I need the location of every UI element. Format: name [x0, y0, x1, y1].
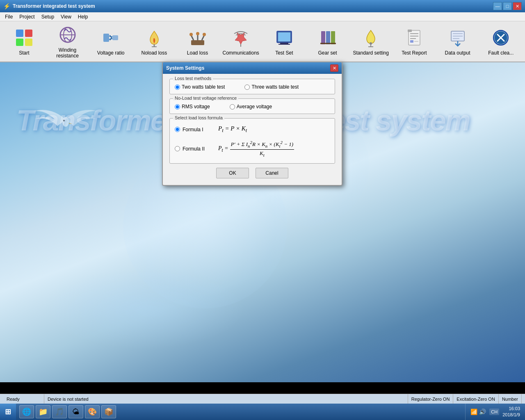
- svg-rect-22: [278, 32, 290, 41]
- svg-rect-32: [409, 30, 420, 45]
- standard-setting-icon: [360, 27, 381, 48]
- toolbar-communications[interactable]: Communications: [220, 23, 262, 59]
- toolbar-noload-loss[interactable]: Noload loss: [133, 23, 175, 59]
- ok-button[interactable]: OK: [216, 168, 249, 178]
- formula1-option[interactable]: Formula I: [175, 127, 212, 132]
- average-voltage-radio[interactable]: [230, 104, 235, 110]
- fault-clear-icon: [490, 27, 511, 48]
- svg-rect-26: [326, 31, 330, 44]
- menu-setup[interactable]: Setup: [38, 13, 57, 21]
- formula2-option[interactable]: Formula II: [175, 146, 212, 152]
- rms-voltage-option[interactable]: RMS voltage: [175, 104, 210, 110]
- formula1-radio[interactable]: [175, 127, 180, 132]
- formula2-equation: Pt = P' + Σ In2R × Kn × (Kt2 − 1) Kt: [218, 139, 294, 158]
- maximize-button[interactable]: □: [503, 2, 512, 10]
- noload-voltage-ref-group: No-Load test voltage reference RMS volta…: [169, 98, 335, 114]
- dialog-title-bar: System Settings ✕: [163, 62, 342, 74]
- language-indicator[interactable]: CH: [489, 409, 499, 415]
- loss-test-options: Two watts table test Three watts table t…: [175, 84, 330, 90]
- dialog-content: Loss test methods Two watts table test T…: [163, 74, 342, 185]
- toolbar-load-loss[interactable]: Load loss: [177, 23, 219, 59]
- svg-point-19: [203, 33, 206, 36]
- three-watts-radio[interactable]: [244, 84, 250, 90]
- systray-network-icon[interactable]: 📶: [470, 409, 477, 415]
- dialog-close-button[interactable]: ✕: [330, 64, 338, 72]
- toolbar-test-set[interactable]: Test Set: [263, 23, 305, 59]
- close-button[interactable]: ✕: [513, 2, 522, 10]
- formula2-label: Formula II: [183, 146, 205, 152]
- two-watts-radio[interactable]: [175, 84, 180, 90]
- toolbar-start[interactable]: Start: [3, 23, 45, 59]
- start-label: Start: [19, 50, 29, 56]
- menu-bar: File Project Setup View Help: [0, 12, 525, 21]
- svg-rect-2: [16, 39, 23, 46]
- menu-project[interactable]: Project: [16, 13, 38, 21]
- three-watts-option[interactable]: Three watts table test: [244, 84, 299, 90]
- ready-text: Ready: [7, 397, 20, 402]
- formula1-row: Formula I Pt = P × Kt: [175, 125, 330, 134]
- data-output-label: Data output: [445, 50, 470, 56]
- number-text: Number: [502, 397, 518, 402]
- toolbar-data-output[interactable]: Data output: [437, 23, 479, 59]
- taskbar-media-icon[interactable]: 🎵: [52, 405, 67, 418]
- noload-voltage-ref-legend: No-Load test voltage reference: [173, 96, 238, 100]
- taskbar-app-icon[interactable]: 📦: [101, 405, 116, 418]
- taskbar-ie-icon[interactable]: 🌐: [19, 405, 34, 418]
- noload-loss-icon: [144, 27, 165, 48]
- taskbar-folder-icon[interactable]: 📁: [36, 405, 50, 418]
- status-bar: Ready Device is not started Regulator-Ze…: [0, 394, 525, 404]
- rms-voltage-radio[interactable]: [175, 104, 180, 110]
- gear-set-label: Gear set: [318, 50, 337, 56]
- test-report-icon: [404, 27, 425, 48]
- load-loss-label: Load loss: [187, 50, 208, 56]
- menu-file[interactable]: File: [2, 13, 16, 21]
- minimize-button[interactable]: —: [493, 2, 502, 10]
- taskbar-apps: 🌐 📁 🎵 🌤 🎨 📦: [16, 404, 119, 420]
- toolbar-test-report[interactable]: Test Report: [393, 23, 435, 59]
- communications-label: Communications: [223, 50, 259, 56]
- cancel-button[interactable]: Canel: [256, 168, 288, 178]
- toolbar-voltage-ratio[interactable]: Voltage ratio: [90, 23, 132, 59]
- svg-point-46: [63, 120, 65, 121]
- svg-point-29: [370, 42, 372, 45]
- app-icon: ⚡: [3, 3, 10, 9]
- toolbar-fault-clear[interactable]: Fault clea...: [480, 23, 522, 59]
- three-watts-label: Three watts table test: [251, 84, 299, 90]
- clock-time: 16:03: [502, 406, 520, 412]
- svg-rect-0: [16, 30, 23, 37]
- loss-test-methods-group: Loss test methods Two watts table test T…: [169, 79, 335, 94]
- start-icon: [14, 27, 35, 48]
- svg-rect-27: [331, 31, 335, 44]
- system-clock[interactable]: 16:03 2018/1/9: [502, 406, 520, 418]
- formula1-equation: Pt = P × Kt: [218, 125, 247, 134]
- title-bar: ⚡ Transformer integrated test system — □…: [0, 0, 525, 12]
- taskbar-weather-icon[interactable]: 🌤: [68, 405, 83, 418]
- formula2-radio[interactable]: [175, 146, 180, 151]
- load-loss-formula-group: Select load loss formula Formula I Pt = …: [169, 118, 335, 164]
- systray-volume-icon[interactable]: 🔊: [479, 409, 486, 415]
- data-output-icon: [447, 27, 468, 48]
- menu-view[interactable]: View: [57, 13, 75, 21]
- two-watts-label: Two watts table test: [182, 84, 225, 90]
- two-watts-option[interactable]: Two watts table test: [175, 84, 225, 90]
- status-ready: Ready: [3, 394, 44, 404]
- menu-help[interactable]: Help: [75, 13, 91, 21]
- svg-rect-38: [408, 30, 412, 32]
- taskbar-paint-icon[interactable]: 🎨: [85, 405, 100, 418]
- device-status-text: Device is not started: [48, 397, 89, 402]
- test-set-icon: [274, 27, 295, 48]
- toolbar-standard-setting[interactable]: Standard setting: [350, 23, 392, 59]
- bird-decoration: [25, 87, 107, 170]
- status-regulator: Regulator-Zero ON: [408, 394, 454, 404]
- toolbar-winding-resistance[interactable]: Winding resistance: [47, 23, 89, 59]
- status-number: Number: [499, 394, 522, 404]
- load-loss-icon: [187, 27, 208, 48]
- regulator-text: Regulator-Zero ON: [411, 397, 450, 402]
- system-settings-dialog: System Settings ✕ Loss test methods Two …: [162, 62, 342, 186]
- toolbar-gear-set[interactable]: Gear set: [307, 23, 349, 59]
- title-bar-left: ⚡ Transformer integrated test system: [3, 3, 95, 9]
- start-button[interactable]: ⊞: [0, 404, 16, 420]
- svg-rect-13: [191, 40, 204, 45]
- average-voltage-option[interactable]: Average voltage: [230, 104, 272, 110]
- svg-point-18: [196, 32, 199, 35]
